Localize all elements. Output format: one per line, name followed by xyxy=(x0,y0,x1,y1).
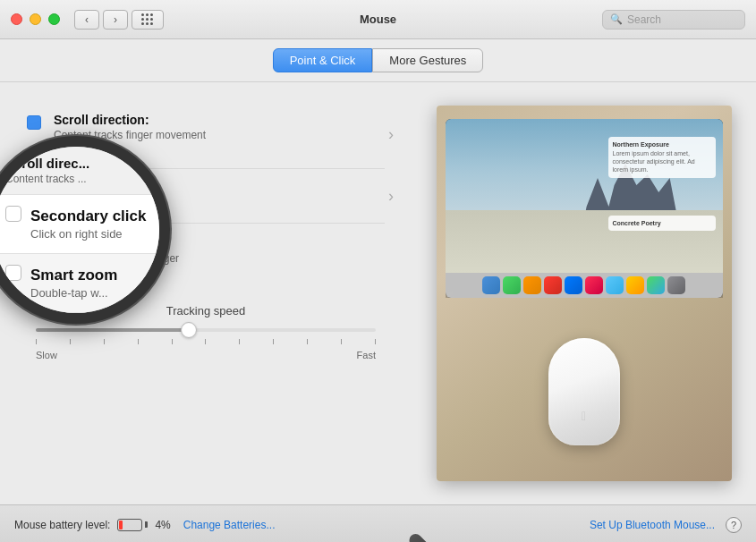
mag-smartzoom-sub: Double-tap w... xyxy=(30,286,117,300)
slider-fast-label: Fast xyxy=(357,350,376,360)
battery-fill xyxy=(119,521,123,529)
slider-labels: Slow Fast xyxy=(36,350,376,360)
mountain-scene: Northern Exposure Lorem ipsum dolor sit … xyxy=(446,119,723,298)
card2-title: Concrete Poetry xyxy=(613,220,711,226)
mag-item-smartzoom: Smart zoom Double-tap w... xyxy=(0,254,159,313)
apple-logo:  xyxy=(577,409,591,423)
card1-text: Lorem ipsum dolor sit amet, consectetur … xyxy=(613,149,711,174)
checkbox-scroll-direction[interactable] xyxy=(27,115,41,130)
mag-item-secondary: Secondary click Click on right side xyxy=(0,195,159,254)
battery-section: Mouse battery level: 4% Change Batteries… xyxy=(14,519,275,531)
right-panel: Northern Exposure Lorem ipsum dolor sit … xyxy=(412,82,756,504)
dock-icon-4 xyxy=(544,276,562,294)
arrow-icon: › xyxy=(388,125,394,144)
mag-scroll-title: Scroll direc... xyxy=(5,156,147,171)
traffic-lights xyxy=(11,13,60,25)
tab-more-gestures[interactable]: More Gestures xyxy=(372,48,483,72)
battery-percent: 4% xyxy=(155,519,170,531)
secondary-arrow-icon: › xyxy=(388,187,394,206)
scroll-direction-title: Scroll direction: xyxy=(54,113,206,127)
preview-dock xyxy=(446,273,723,298)
slider-container: Slow Fast xyxy=(27,328,385,360)
back-button[interactable]: ‹ xyxy=(74,10,99,30)
preview-mac-screen: Northern Exposure Lorem ipsum dolor sit … xyxy=(446,119,723,298)
tab-point-click[interactable]: Point & Click xyxy=(273,48,373,72)
dock-icon-1 xyxy=(482,276,500,294)
dock-icon-5 xyxy=(565,276,582,294)
titlebar: ‹ › Mouse 🔍 xyxy=(0,0,756,39)
dock-icon-6 xyxy=(585,276,603,294)
forward-button[interactable]: › xyxy=(103,10,128,30)
dock-icon-10 xyxy=(667,276,685,294)
slider-thumb[interactable] xyxy=(181,322,197,338)
preview-container: Northern Exposure Lorem ipsum dolor sit … xyxy=(437,106,732,481)
dock-icon-8 xyxy=(626,276,644,294)
change-batteries-button[interactable]: Change Batteries... xyxy=(183,519,276,531)
minimize-button[interactable] xyxy=(30,13,41,25)
maximize-button[interactable] xyxy=(48,13,60,25)
bottom-right: Set Up Bluetooth Mouse... ? xyxy=(590,517,742,533)
magnifier: Scroll direc... Content tracks ... Secon… xyxy=(0,136,170,324)
battery-tip xyxy=(145,521,148,528)
magnifier-content: Scroll direc... Content tracks ... Secon… xyxy=(0,147,159,313)
dock-icon-3 xyxy=(523,276,541,294)
search-input[interactable] xyxy=(627,13,735,26)
setup-bluetooth-button[interactable]: Set Up Bluetooth Mouse... xyxy=(590,519,715,531)
battery-icon xyxy=(117,519,148,531)
preview-card-1: Northern Exposure Lorem ipsum dolor sit … xyxy=(608,137,716,178)
mag-secondary-title: Secondary click xyxy=(30,207,146,225)
card1-title: Northern Exposure xyxy=(613,141,711,148)
mouse-preview:  xyxy=(548,338,620,454)
dock-icon-2 xyxy=(503,276,521,294)
grid-icon xyxy=(141,13,154,26)
search-box[interactable]: 🔍 xyxy=(602,10,745,30)
dock-icon-7 xyxy=(606,276,624,294)
mag-checkbox-smartzoom xyxy=(5,265,21,281)
preview-card-2: Concrete Poetry xyxy=(608,216,716,231)
mouse-body:  xyxy=(548,338,620,445)
mag-secondary-sub: Click on right side xyxy=(30,227,146,241)
grid-button[interactable] xyxy=(132,10,164,30)
mag-scroll-sub: Content tracks ... xyxy=(5,173,147,185)
nav-buttons: ‹ › xyxy=(74,10,128,30)
help-button[interactable]: ? xyxy=(726,517,742,533)
battery-label: Mouse battery level: xyxy=(14,519,110,531)
tabs-bar: Point & Click More Gestures xyxy=(0,39,756,82)
slider-track xyxy=(36,328,376,332)
dock-icon-9 xyxy=(647,276,665,294)
mag-item-scroll: Scroll direc... Content tracks ... xyxy=(0,147,159,195)
close-button[interactable] xyxy=(11,13,22,25)
bottom-bar: Mouse battery level: 4% Change Batteries… xyxy=(0,504,756,542)
slider-slow-label: Slow xyxy=(36,350,57,360)
mag-smartzoom-title: Smart zoom xyxy=(30,267,117,284)
search-icon: 🔍 xyxy=(610,13,623,25)
battery-body xyxy=(117,519,142,531)
main-content: Scroll direction: Content tracks finger … xyxy=(0,82,756,504)
mag-checkbox-secondary xyxy=(5,206,21,222)
window-title: Mouse xyxy=(360,13,396,26)
slider-ticks xyxy=(36,337,376,346)
left-panel: Scroll direction: Content tracks finger … xyxy=(0,82,412,504)
